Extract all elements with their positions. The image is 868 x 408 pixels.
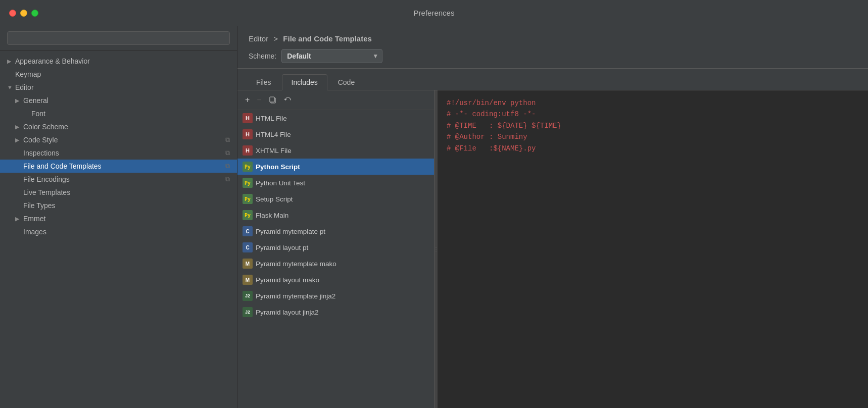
sidebar-item-keymap[interactable]: Keymap	[0, 68, 237, 81]
sidebar-item-label: Images	[23, 228, 230, 236]
search-bar: 🔍	[0, 26, 237, 50]
sidebar-item-code-style[interactable]: ▶ Code Style ⧉	[0, 133, 237, 146]
list-item[interactable]: Py Flask Main	[237, 207, 434, 223]
file-type-icon: H	[243, 113, 253, 123]
file-item-name: Pyramid layout jinja2	[256, 309, 319, 316]
content-area: Editor > File and Code Templates Scheme:…	[237, 26, 868, 408]
sidebar-item-editor[interactable]: ▼ Editor	[0, 81, 237, 94]
file-item-name: Setup Script	[256, 195, 293, 203]
content-header: Editor > File and Code Templates Scheme:…	[237, 26, 868, 69]
file-item-name: Pyramid mytemplate mako	[256, 260, 336, 268]
file-toolbar: + −	[237, 90, 434, 110]
sidebar-item-file-types[interactable]: File Types	[0, 199, 237, 212]
file-type-icon: Py	[243, 210, 253, 220]
file-type-icon: C	[243, 226, 253, 236]
reset-template-button[interactable]	[281, 95, 295, 105]
sidebar-item-label: Editor	[15, 83, 230, 91]
list-item[interactable]: H HTML4 File	[237, 126, 434, 142]
list-item-python-script[interactable]: Py Python Script	[237, 159, 434, 175]
file-type-icon: J2	[243, 307, 253, 317]
file-type-icon: J2	[243, 291, 253, 301]
list-item[interactable]: C Pyramid mytemplate pt	[237, 223, 434, 239]
file-item-name: Flask Main	[256, 212, 288, 219]
sidebar-item-emmet[interactable]: ▶ Emmet	[0, 212, 237, 225]
list-item[interactable]: Py Setup Script	[237, 191, 434, 207]
copy-template-button[interactable]	[266, 95, 279, 105]
sidebar-item-label: Appearance & Behavior	[15, 57, 230, 65]
sidebar-item-color-scheme[interactable]: ▶ Color Scheme	[0, 120, 237, 133]
arrow-icon: ▶	[15, 137, 23, 143]
copy-icon: ⧉	[225, 162, 230, 170]
code-line: #!/usr/bin/env python	[447, 97, 859, 109]
file-list: H HTML File H HTML4 File H XHTML File	[237, 110, 434, 408]
tab-includes[interactable]: Includes	[282, 74, 327, 90]
sidebar-item-label: File Encodings	[23, 175, 222, 183]
code-line: # @TIME : ${DATE} ${TIME}	[447, 120, 859, 131]
main-layout: 🔍 ▶ Appearance & Behavior Keymap ▼ Edito…	[0, 26, 868, 408]
file-type-icon: Py	[243, 162, 253, 172]
sidebar-item-general[interactable]: ▶ General	[0, 94, 237, 107]
list-item[interactable]: C Pyramid layout pt	[237, 239, 434, 256]
sidebar-item-file-encodings[interactable]: File Encodings ⧉	[0, 173, 237, 186]
sidebar: 🔍 ▶ Appearance & Behavior Keymap ▼ Edito…	[0, 26, 237, 408]
sidebar-item-label: Font	[31, 110, 230, 118]
code-line: # @File :${NAME}.py	[447, 143, 859, 154]
copy-icon: ⧉	[225, 149, 230, 157]
list-item[interactable]: M Pyramid mytemplate mako	[237, 256, 434, 272]
file-item-name: Pyramid mytemplate jinja2	[256, 292, 335, 300]
scheme-label: Scheme:	[249, 52, 276, 60]
breadcrumb-part2: File and Code Templates	[283, 34, 372, 43]
file-item-name: Pyramid mytemplate pt	[256, 228, 325, 235]
sidebar-item-appearance[interactable]: ▶ Appearance & Behavior	[0, 55, 237, 68]
file-type-icon: M	[243, 259, 253, 269]
sidebar-tree: ▶ Appearance & Behavior Keymap ▼ Editor …	[0, 50, 237, 408]
list-item[interactable]: J2 Pyramid layout jinja2	[237, 304, 434, 320]
scheme-row: Scheme: Default Project ▼	[249, 49, 857, 63]
window-title: Preferences	[414, 9, 455, 17]
list-item[interactable]: Py Python Unit Test	[237, 175, 434, 191]
search-input[interactable]	[7, 31, 230, 45]
search-wrap: 🔍	[7, 31, 230, 45]
file-item-name: Python Unit Test	[256, 179, 305, 187]
list-item[interactable]: J2 Pyramid mytemplate jinja2	[237, 288, 434, 304]
arrow-icon: ▼	[7, 84, 15, 90]
file-list-panel: + −	[237, 90, 435, 408]
remove-template-button[interactable]: −	[254, 94, 264, 106]
file-type-icon: H	[243, 145, 253, 156]
close-button[interactable]	[9, 10, 16, 17]
code-line: # @Author : Sunminy	[447, 131, 859, 142]
sidebar-item-label: File Types	[23, 201, 230, 210]
sidebar-item-label: General	[23, 96, 230, 105]
code-editor[interactable]: #!/usr/bin/env python # -*- coding:utf8 …	[438, 90, 868, 408]
files-area: + −	[237, 90, 868, 408]
list-item[interactable]: M Pyramid layout mako	[237, 272, 434, 288]
sidebar-item-file-and-code-templates[interactable]: File and Code Templates ⧉	[0, 160, 237, 173]
add-template-button[interactable]: +	[243, 94, 252, 106]
sidebar-item-label: Live Templates	[23, 188, 230, 196]
copy-icon: ⧉	[225, 136, 230, 144]
window-controls	[9, 10, 38, 17]
tab-code[interactable]: Code	[328, 74, 364, 90]
svg-text:Py: Py	[245, 180, 251, 186]
title-bar: Preferences	[0, 0, 868, 26]
minimize-button[interactable]	[20, 10, 27, 17]
svg-text:Py: Py	[245, 164, 251, 170]
file-item-name: XHTML File	[256, 147, 292, 155]
file-type-icon: C	[243, 242, 253, 252]
arrow-icon: ▶	[7, 58, 15, 65]
sidebar-item-images[interactable]: Images	[0, 225, 237, 238]
svg-rect-1	[270, 97, 274, 102]
sidebar-item-font[interactable]: Font	[0, 107, 237, 120]
maximize-button[interactable]	[31, 10, 38, 17]
list-item[interactable]: H XHTML File	[237, 142, 434, 159]
arrow-icon: ▶	[15, 216, 23, 222]
file-type-icon: M	[243, 275, 253, 285]
list-item[interactable]: H HTML File	[237, 110, 434, 126]
scheme-select[interactable]: Default Project	[281, 49, 382, 63]
tab-files[interactable]: Files	[247, 74, 281, 90]
file-type-icon: Py	[243, 194, 253, 204]
sidebar-item-inspections[interactable]: Inspections ⧉	[0, 146, 237, 160]
code-line: # -*- coding:utf8 -*-	[447, 109, 859, 120]
sidebar-item-live-templates[interactable]: Live Templates	[0, 186, 237, 199]
sidebar-item-label: File and Code Templates	[23, 162, 222, 170]
